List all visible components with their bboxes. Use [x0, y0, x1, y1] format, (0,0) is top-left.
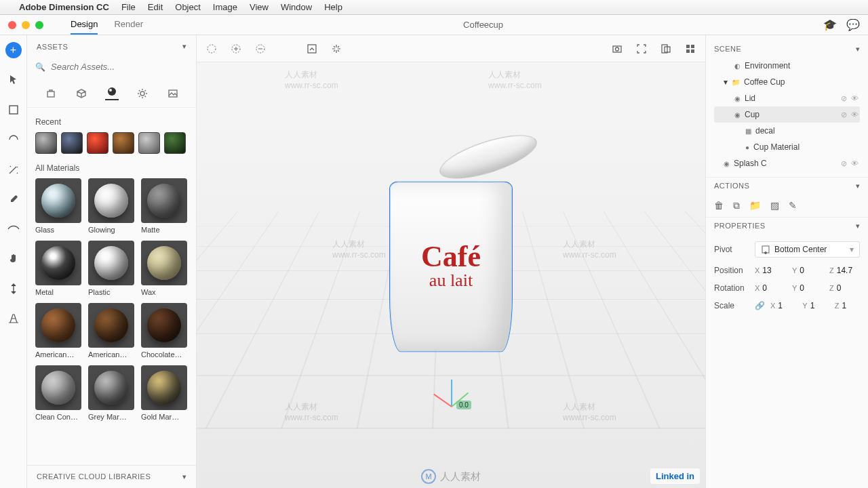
actions-menu-icon[interactable]: ▾	[856, 182, 861, 190]
material-american-[interactable]: American…	[35, 303, 81, 359]
scene-item-splash-c[interactable]: ◉Splash C⊘👁	[714, 155, 860, 171]
pivot-select[interactable]: Bottom Center ▾	[755, 241, 860, 258]
align-action-icon[interactable]: ▨	[770, 200, 779, 211]
frame-all-icon[interactable]	[636, 43, 647, 54]
tab-lights[interactable]	[136, 87, 149, 100]
transform-gizmo[interactable]: 0.0	[431, 366, 471, 407]
visibility-icon[interactable]: 👁	[851, 94, 859, 103]
rotation-z-field[interactable]: Z0	[829, 283, 860, 293]
scene-item-environment[interactable]: ◐Environment	[714, 58, 860, 74]
select-tool[interactable]	[5, 72, 22, 88]
material-gold-mar-[interactable]: Gold Mar…	[141, 365, 187, 421]
crop-tool[interactable]	[5, 102, 22, 118]
menu-image[interactable]: Image	[213, 2, 237, 12]
app-name[interactable]: Adobe Dimension CC	[19, 2, 109, 12]
link-icon[interactable]: ⊘	[841, 94, 847, 103]
zoom-fit-icon[interactable]	[660, 43, 671, 54]
material-chocolate-[interactable]: Chocolate…	[141, 303, 187, 359]
magic-wand-tool[interactable]	[5, 161, 22, 178]
render-preview-icon[interactable]	[685, 43, 696, 54]
recent-material-4[interactable]	[138, 132, 160, 154]
position-y-field[interactable]: Y0	[792, 266, 823, 275]
recent-material-3[interactable]	[113, 132, 134, 154]
place-graphic-icon[interactable]	[307, 43, 317, 54]
visibility-icon[interactable]: 👁	[851, 159, 859, 168]
learn-icon[interactable]: 🎓	[823, 18, 837, 31]
tab-render[interactable]: Render	[114, 15, 143, 35]
tab-models[interactable]	[75, 87, 88, 100]
tab-starter-assets[interactable]	[44, 87, 58, 100]
material-wax[interactable]: Wax	[141, 241, 187, 296]
assets-menu-icon[interactable]: ▾	[182, 42, 187, 51]
scene-item-cup[interactable]: ◉Cup⊘👁	[714, 106, 860, 123]
tab-design[interactable]: Design	[71, 15, 98, 35]
subtract-selection-icon[interactable]	[255, 43, 266, 54]
scene-item-decal[interactable]: ▦decal	[714, 123, 860, 139]
recent-material-5[interactable]	[164, 132, 186, 154]
menu-help[interactable]: Help	[324, 2, 342, 12]
scene-item-lid[interactable]: ◉Lid⊘👁	[714, 90, 860, 106]
orbit-tool[interactable]	[5, 131, 22, 148]
disclosure-icon[interactable]: ▾	[724, 77, 728, 87]
rotation-x-field[interactable]: X0	[755, 283, 785, 293]
add-content-button[interactable]: +	[5, 42, 22, 58]
material-glass[interactable]: Glass	[35, 178, 81, 234]
match-image-icon[interactable]	[331, 43, 342, 54]
zoom-window-button[interactable]	[35, 21, 43, 29]
delete-action-icon[interactable]: 🗑	[714, 200, 724, 211]
lid-object[interactable]	[435, 126, 542, 187]
marquee-select-icon[interactable]	[206, 43, 217, 54]
menu-edit[interactable]: Edit	[148, 2, 163, 12]
feedback-icon[interactable]: 💬	[846, 18, 860, 31]
link-scale-icon[interactable]: 🔗	[755, 301, 765, 310]
tab-images[interactable]	[166, 87, 180, 100]
hand-tool[interactable]	[5, 251, 22, 267]
close-window-button[interactable]	[8, 21, 16, 29]
cc-libraries-label[interactable]: CREATIVE CLOUD LIBRARIES	[37, 472, 151, 481]
position-x-field[interactable]: X13	[755, 266, 785, 275]
sample-action-icon[interactable]: ✎	[789, 200, 797, 211]
add-selection-icon[interactable]	[231, 43, 241, 54]
scene-menu-icon[interactable]: ▾	[856, 45, 861, 54]
scale-z-field[interactable]: Z1	[835, 301, 860, 310]
search-input[interactable]	[45, 58, 188, 76]
scene-item-cup-material[interactable]: ●Cup Material	[714, 139, 860, 155]
watermark: 人人素材www.rr-sc.com	[488, 69, 542, 90]
material-grey-mar-[interactable]: Grey Mar…	[88, 365, 134, 421]
menu-object[interactable]: Object	[175, 2, 201, 12]
menu-view[interactable]: View	[250, 2, 269, 12]
visibility-icon[interactable]: 👁	[851, 110, 859, 119]
rotation-y-field[interactable]: Y0	[792, 283, 823, 293]
menu-file[interactable]: File	[121, 2, 136, 12]
properties-menu-icon[interactable]: ▾	[856, 222, 861, 230]
scale-x-field[interactable]: X1	[770, 301, 795, 310]
material-metal[interactable]: Metal	[35, 241, 81, 296]
minimize-window-button[interactable]	[22, 21, 30, 29]
camera-bookmark-icon[interactable]	[612, 43, 623, 54]
material-american-[interactable]: American…	[88, 303, 134, 359]
material-plastic[interactable]: Plastic	[88, 241, 134, 296]
recent-material-0[interactable]	[35, 132, 57, 154]
eyedropper-tool[interactable]	[5, 191, 22, 207]
coffee-cup-object[interactable]: Café au lait	[390, 182, 512, 352]
cc-libraries-toggle-icon[interactable]: ▾	[182, 472, 187, 481]
recent-material-2[interactable]	[87, 132, 108, 154]
tab-materials[interactable]	[105, 87, 119, 100]
duplicate-action-icon[interactable]: ⧉	[733, 200, 740, 211]
material-clean-con-[interactable]: Clean Con…	[35, 365, 81, 421]
perspective-tool[interactable]	[5, 310, 22, 327]
group-action-icon[interactable]: 📁	[749, 200, 761, 211]
material-matte[interactable]: Matte	[141, 178, 187, 234]
position-z-field[interactable]: Z14.7	[829, 266, 860, 275]
scene-item-coffee-cup[interactable]: ▾📁Coffee Cup	[714, 74, 860, 90]
dolly-tool[interactable]	[5, 281, 22, 297]
material-glowing[interactable]: Glowing	[88, 178, 134, 234]
scale-y-field[interactable]: Y1	[802, 301, 827, 310]
horizon-tool[interactable]	[5, 221, 22, 237]
recent-material-1[interactable]	[61, 132, 83, 154]
menu-window[interactable]: Window	[281, 2, 312, 12]
canvas-3d[interactable]: Café au lait 0.0 人人素材www.rr-sc.com 人人素材w…	[197, 62, 705, 488]
link-icon[interactable]: ⊘	[841, 159, 847, 168]
link-icon[interactable]: ⊘	[841, 110, 847, 119]
position-label: Position	[714, 266, 749, 275]
